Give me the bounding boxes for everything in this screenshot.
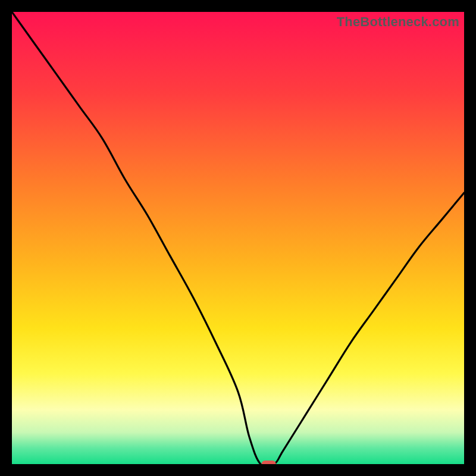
- minimum-marker: [262, 461, 276, 464]
- plot-area: TheBottleneck.com: [12, 12, 464, 464]
- bottleneck-curve: [12, 12, 464, 464]
- chart-stage: TheBottleneck.com: [0, 0, 476, 476]
